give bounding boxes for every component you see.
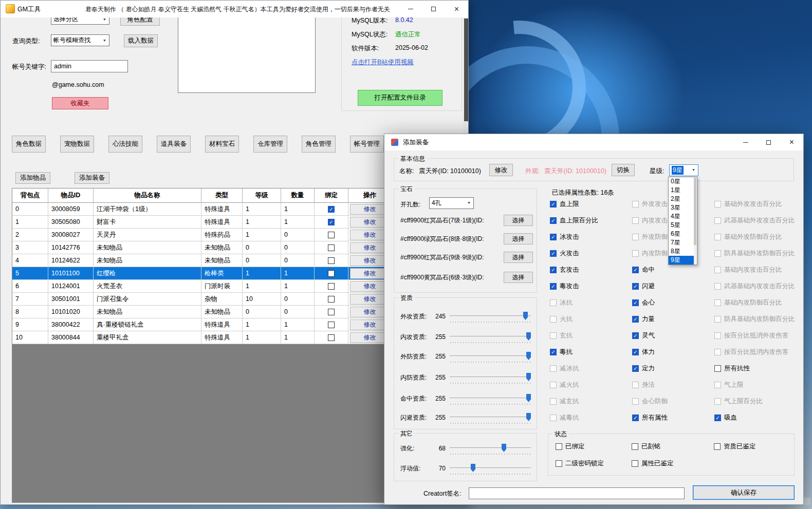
checkbox[interactable]: 毒攻击 bbox=[550, 282, 579, 290]
star-option[interactable]: 9星 bbox=[669, 256, 694, 265]
checkbox[interactable]: 血上限百分比 bbox=[550, 216, 598, 224]
checkbox[interactable]: 血上限 bbox=[550, 200, 579, 208]
confirm-save-button[interactable]: 确认保存 bbox=[693, 485, 795, 500]
close-button[interactable]: × bbox=[445, 1, 468, 17]
gem-select-button[interactable]: 选择 bbox=[504, 272, 533, 283]
slider-track[interactable] bbox=[450, 376, 531, 378]
popup-scrollbar-thumb[interactable] bbox=[694, 178, 696, 245]
checkbox[interactable]: 会心 bbox=[632, 298, 655, 307]
star-option[interactable]: 8星 bbox=[669, 247, 694, 256]
star-option[interactable]: 6星 bbox=[669, 230, 694, 238]
slider-track-area[interactable] bbox=[450, 330, 531, 344]
signature-input[interactable] bbox=[469, 487, 685, 499]
bound-checkbox[interactable] bbox=[328, 206, 335, 213]
slider-track-area[interactable] bbox=[450, 350, 531, 363]
star-level-select[interactable]: 9星 bbox=[669, 164, 698, 176]
slider-track-area[interactable] bbox=[450, 310, 531, 323]
slider-track-area[interactable] bbox=[450, 442, 531, 455]
checkbox[interactable]: 定力 bbox=[632, 364, 655, 372]
checkbox[interactable]: 所有抗性 bbox=[714, 364, 750, 372]
open-config-dir-button[interactable]: 打开配置文件目录 bbox=[358, 90, 442, 106]
dialog-titlebar[interactable]: 添加装备 × bbox=[384, 134, 803, 150]
checkbox[interactable]: 二级密码锁定 bbox=[556, 459, 604, 467]
bound-checkbox[interactable] bbox=[328, 283, 335, 290]
column-header[interactable]: 物品名称 bbox=[94, 188, 201, 203]
switch-appearance-button[interactable]: 切换 bbox=[612, 164, 635, 176]
tab-button[interactable]: 心法技能 bbox=[108, 136, 142, 153]
gem-select-button[interactable]: 选择 bbox=[504, 233, 533, 244]
slider-track-area[interactable] bbox=[450, 371, 531, 384]
bound-checkbox[interactable] bbox=[328, 296, 335, 303]
tab-button[interactable]: 材料宝石 bbox=[205, 136, 239, 153]
star-option[interactable]: 7星 bbox=[669, 238, 694, 247]
popup-scrollbar[interactable] bbox=[694, 178, 696, 264]
star-option[interactable]: 2星 bbox=[669, 195, 694, 203]
account-keyword-input[interactable] bbox=[51, 60, 128, 72]
bound-checkbox[interactable] bbox=[328, 322, 335, 328]
checkbox[interactable]: 冰攻击 bbox=[550, 233, 579, 241]
slider-thumb[interactable] bbox=[502, 444, 506, 452]
dialog-maximize-button[interactable] bbox=[757, 134, 780, 150]
checkbox[interactable]: 体力 bbox=[632, 348, 655, 356]
tab-button[interactable]: 仓库管理 bbox=[253, 136, 287, 153]
checkbox[interactable]: 灵气 bbox=[632, 331, 655, 340]
column-header[interactable]: 绑定 bbox=[315, 188, 348, 203]
query-type-select[interactable]: 帐号模糊查找 bbox=[51, 34, 109, 46]
checkbox[interactable]: 命中 bbox=[632, 266, 655, 274]
tab-button[interactable]: 角色数据 bbox=[12, 136, 46, 153]
bound-checkbox[interactable] bbox=[328, 244, 335, 251]
checkbox[interactable]: 毒抗 bbox=[550, 348, 573, 356]
dialog-minimize-button[interactable] bbox=[734, 134, 757, 150]
slider-thumb[interactable] bbox=[471, 464, 475, 472]
tab-button[interactable]: 帐号管理 bbox=[350, 136, 384, 153]
column-header[interactable]: 数量 bbox=[281, 188, 315, 203]
star-option[interactable]: 3星 bbox=[669, 203, 694, 212]
checkbox[interactable]: 玄攻击 bbox=[550, 266, 579, 274]
star-option[interactable]: 1星 bbox=[669, 186, 694, 195]
star-option[interactable]: 5星 bbox=[669, 221, 694, 230]
checkbox[interactable]: 所有属性 bbox=[632, 413, 668, 422]
add-equip-button[interactable]: 添加装备 bbox=[75, 172, 109, 184]
bound-checkbox[interactable] bbox=[328, 232, 335, 238]
holes-select[interactable]: 4孔 bbox=[429, 197, 474, 209]
bound-checkbox[interactable] bbox=[328, 309, 335, 315]
add-item-button[interactable]: 添加物品 bbox=[15, 172, 50, 184]
gem-select-button[interactable]: 选择 bbox=[504, 215, 533, 226]
scrollbar-thumb[interactable] bbox=[464, 18, 468, 121]
taskbar-corner-icon[interactable] bbox=[803, 498, 810, 505]
checkbox[interactable]: 火攻击 bbox=[550, 249, 579, 257]
dialog-close-button[interactable]: × bbox=[780, 134, 803, 150]
checkbox[interactable]: 闪避 bbox=[632, 282, 655, 290]
slider-thumb[interactable] bbox=[526, 413, 531, 421]
tab-button[interactable]: 宠物数据 bbox=[60, 136, 94, 153]
tab-button[interactable]: 道具装备 bbox=[157, 136, 191, 153]
tab-button[interactable]: 角色管理 bbox=[302, 136, 336, 153]
checkbox[interactable]: 属性已鉴定 bbox=[632, 459, 674, 467]
checkbox[interactable]: 吸血 bbox=[714, 413, 737, 422]
modify-name-button[interactable]: 修改 bbox=[489, 164, 513, 176]
slider-track[interactable] bbox=[450, 336, 531, 337]
column-header[interactable]: 物品ID bbox=[48, 188, 94, 203]
bound-checkbox[interactable] bbox=[328, 257, 335, 264]
maximize-button[interactable] bbox=[422, 1, 445, 17]
favorites-button[interactable]: 收藏夹 bbox=[52, 97, 108, 109]
slider-track[interactable] bbox=[450, 315, 531, 316]
minimize-button[interactable] bbox=[399, 1, 422, 17]
slider-track-area[interactable] bbox=[450, 392, 531, 405]
bilibili-video-link[interactable]: 点击打开B站使用视频 bbox=[352, 58, 414, 67]
bound-checkbox[interactable] bbox=[328, 219, 335, 225]
slider-track[interactable] bbox=[450, 355, 531, 356]
checkbox[interactable]: 资质已鉴定 bbox=[714, 442, 756, 450]
checkbox[interactable]: 已刻铭 bbox=[632, 442, 661, 450]
slider-thumb[interactable] bbox=[526, 394, 531, 402]
slider-thumb[interactable] bbox=[526, 332, 531, 341]
gem-select-button[interactable]: 选择 bbox=[504, 252, 533, 263]
slider-track-area[interactable] bbox=[450, 411, 531, 424]
bound-checkbox[interactable] bbox=[328, 270, 335, 277]
checkbox[interactable]: 力量 bbox=[632, 315, 655, 323]
main-titlebar[interactable]: GM工具 君奉天制作 （ 君心如皓月 奉义守苍生 天赐浩然气 千秋正气名）本工具… bbox=[1, 1, 468, 17]
slider-thumb[interactable] bbox=[523, 312, 528, 320]
column-header[interactable]: 等级 bbox=[243, 188, 281, 203]
checkbox[interactable]: 已绑定 bbox=[556, 442, 585, 450]
column-header[interactable]: 类型 bbox=[201, 188, 243, 203]
